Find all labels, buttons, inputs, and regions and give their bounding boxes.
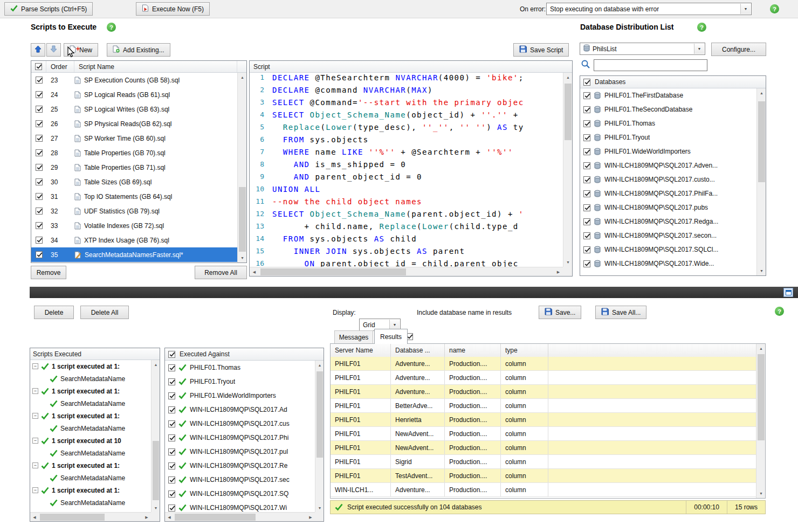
- move-down-button[interactable]: [46, 43, 61, 57]
- results-vscrollbar[interactable]: ▲ ▼: [756, 344, 765, 498]
- restore-panel-icon[interactable]: [783, 288, 793, 297]
- against-item-checkbox[interactable]: [168, 406, 175, 413]
- database-item-checkbox[interactable]: [583, 134, 590, 141]
- database-item[interactable]: WIN-ILCH1809MQP\SQL2017.secon...: [580, 229, 756, 243]
- executed-child-row[interactable]: SearchMetadataName: [30, 447, 151, 459]
- database-search-input[interactable]: [594, 59, 707, 71]
- collapse-icon[interactable]: −: [32, 438, 38, 444]
- executed-hscrollbar[interactable]: ◀ ▶: [30, 512, 151, 521]
- save-results-button[interactable]: Save...: [539, 306, 581, 319]
- scroll-up-icon[interactable]: ▲: [238, 73, 247, 82]
- results-row[interactable]: PHILF01Adventure...Production....column: [331, 357, 756, 371]
- delete-button[interactable]: Delete: [34, 306, 74, 319]
- save-all-results-button[interactable]: Save All...: [595, 306, 646, 319]
- executed-against-item[interactable]: WIN-ILCH1809MQP\SQL2017.Phi: [165, 431, 315, 445]
- delete-all-button[interactable]: Delete All: [80, 306, 129, 319]
- order-column-header[interactable]: Order: [46, 61, 74, 72]
- results-column-header[interactable]: Server Name: [331, 344, 391, 357]
- results-row[interactable]: PHILF01SigridProduction....column: [331, 455, 756, 469]
- results-column-header[interactable]: name: [445, 344, 501, 357]
- against-item-checkbox[interactable]: [168, 392, 175, 399]
- database-item-checkbox[interactable]: [583, 162, 590, 169]
- editor-vscrollbar[interactable]: ▲ ▼: [563, 73, 572, 267]
- scroll-up-icon[interactable]: ▲: [563, 73, 573, 82]
- scroll-down-icon[interactable]: ▼: [757, 266, 766, 275]
- remove-button[interactable]: Remove: [31, 266, 66, 279]
- against-item-checkbox[interactable]: [168, 378, 175, 385]
- results-row[interactable]: WIN-ILCH1...Adventure...Production....co…: [331, 483, 756, 497]
- database-item[interactable]: WIN-ILCH1809MQP\SQL2017.custo...: [580, 172, 756, 186]
- against-item-checkbox[interactable]: [168, 364, 175, 371]
- database-item-checkbox[interactable]: [583, 190, 590, 197]
- scroll-left-icon[interactable]: ◀: [250, 267, 259, 277]
- scroll-down-icon[interactable]: ▼: [238, 253, 247, 262]
- against-item-checkbox[interactable]: [168, 462, 175, 469]
- database-item-checkbox[interactable]: [583, 176, 590, 183]
- search-icon[interactable]: [581, 59, 590, 71]
- scroll-up-icon[interactable]: ▲: [756, 344, 766, 353]
- scrollbar-thumb[interactable]: [239, 187, 246, 252]
- parse-scripts-button[interactable]: Parse Scripts (Ctrl+F5): [4, 2, 93, 16]
- scrollbar-thumb[interactable]: [153, 441, 159, 500]
- executed-group-row[interactable]: −1 script executed at 1:: [30, 484, 151, 496]
- chevron-down-icon[interactable]: ▼: [740, 4, 751, 14]
- database-item[interactable]: PHILF01.Tryout: [580, 130, 756, 144]
- against-item-checkbox[interactable]: [168, 420, 175, 427]
- executed-against-item[interactable]: WIN-ILCH1809MQP\SQL2017.Wi: [165, 501, 315, 512]
- script-name-column-header[interactable]: Script Name: [74, 61, 237, 72]
- collapse-icon[interactable]: −: [32, 388, 38, 394]
- scrollbar-thumb[interactable]: [758, 354, 765, 440]
- database-item[interactable]: WIN-ILCH1809MQP\SQL2017.pubs: [580, 201, 756, 215]
- select-all-scripts[interactable]: [31, 61, 46, 72]
- script-row-checkbox[interactable]: [36, 77, 43, 84]
- against-item-checkbox[interactable]: [168, 448, 175, 455]
- database-item[interactable]: WIN-ILCH1809MQP\SQL2017.PhilFa...: [580, 186, 756, 201]
- splitter-bar[interactable]: [30, 287, 798, 298]
- configure-button[interactable]: Configure...: [711, 43, 766, 56]
- scroll-right-icon[interactable]: ▶: [306, 513, 315, 522]
- executed-against-item[interactable]: WIN-ILCH1809MQP\SQL2017.pul: [165, 445, 315, 459]
- database-item[interactable]: PHILF01.TheSecondDatabase: [580, 102, 756, 116]
- executed-child-row[interactable]: SearchMetadataName: [30, 397, 151, 410]
- script-row-23[interactable]: 23 SP Execution Counts (GB 58).sql: [31, 73, 237, 87]
- executed-child-row[interactable]: SearchMetadataName: [30, 472, 151, 484]
- database-item-checkbox[interactable]: [583, 218, 590, 225]
- executed-against-item[interactable]: PHILF01.WideWorldImporters: [165, 389, 315, 403]
- executed-against-item[interactable]: WIN-ILCH1809MQP\SQL2017.sec: [165, 473, 315, 487]
- database-item-checkbox[interactable]: [583, 260, 590, 267]
- database-item[interactable]: WIN-ILCH1809MQP\SQL2017.Adven...: [580, 158, 756, 172]
- database-item[interactable]: PHILF01.TheFirstDatabase: [580, 88, 756, 102]
- remove-all-button[interactable]: Remove All: [195, 266, 247, 279]
- script-row-checkbox[interactable]: [36, 91, 43, 98]
- database-item-checkbox[interactable]: [583, 92, 590, 99]
- against-item-checkbox[interactable]: [168, 434, 175, 441]
- executed-against-item[interactable]: WIN-ILCH1809MQP\SQL2017.SQ: [165, 487, 315, 501]
- database-item[interactable]: WIN-ILCH1809MQP\SQL2017.Redga...: [580, 215, 756, 229]
- database-list-dropdown[interactable]: PhilsList ▼: [580, 43, 705, 55]
- scripts-help-icon[interactable]: ?: [107, 23, 116, 32]
- against-hscrollbar[interactable]: ◀ ▶: [165, 512, 315, 521]
- script-row-26[interactable]: 26 SP Physical Reads(GB 62).sql: [31, 116, 237, 131]
- scrollbar-thumb[interactable]: [317, 371, 323, 458]
- script-row-34[interactable]: 34 XTP Index Usage (GB 76).sql: [31, 233, 237, 247]
- database-item-checkbox[interactable]: [583, 120, 590, 127]
- help-icon[interactable]: ?: [770, 4, 779, 13]
- chevron-down-icon[interactable]: ▼: [694, 44, 704, 54]
- scroll-down-icon[interactable]: ▼: [563, 258, 573, 267]
- script-row-checkbox[interactable]: [36, 120, 43, 127]
- script-row-checkbox[interactable]: [36, 222, 43, 229]
- script-row-checkbox[interactable]: [36, 135, 43, 142]
- executed-group-row[interactable]: −1 script executed at 1:: [30, 459, 151, 472]
- script-row-checkbox[interactable]: [36, 193, 43, 200]
- scroll-up-icon[interactable]: ▲: [757, 88, 766, 98]
- database-item-checkbox[interactable]: [583, 204, 590, 211]
- database-item[interactable]: WIN-ILCH1809MQP\SQL2017.SQLCl...: [580, 243, 756, 257]
- database-item-checkbox[interactable]: [583, 246, 590, 253]
- executed-against-item[interactable]: WIN-ILCH1809MQP\SQL2017.Ad: [165, 403, 315, 417]
- script-row-32[interactable]: 32 UDF Statistics (GB 79).sql: [31, 204, 237, 218]
- executed-against-item[interactable]: WIN-ILCH1809MQP\SQL2017.cus: [165, 417, 315, 431]
- tab-results[interactable]: Results: [374, 329, 408, 344]
- results-row[interactable]: PHILF01NewAdvent...Production....column: [331, 427, 756, 441]
- add-existing-button[interactable]: Add Existing...: [107, 43, 170, 57]
- script-row-checkbox[interactable]: [36, 208, 43, 215]
